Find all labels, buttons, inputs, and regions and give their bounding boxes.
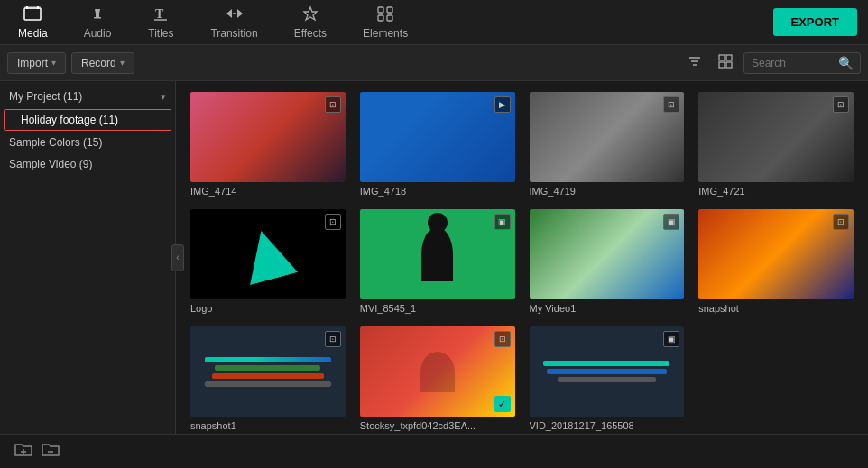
record-label: Record xyxy=(81,57,116,69)
media-item[interactable]: ⊡ IMG_4719 xyxy=(530,92,685,197)
svg-rect-13 xyxy=(387,15,392,21)
media-label: VID_20181217_165508 xyxy=(530,420,685,431)
media-item[interactable]: ⊡ Logo xyxy=(190,209,346,314)
media-thumbnail: ▣ xyxy=(530,209,685,299)
sample-video-label: Sample Video (9) xyxy=(9,158,93,170)
sidebar-holiday-footage[interactable]: Holiday footage (11) xyxy=(4,109,171,131)
search-box: 🔍 xyxy=(743,52,861,74)
my-project-label: My Project (11) xyxy=(9,90,82,103)
screenshot-content xyxy=(530,326,685,417)
sidebar-my-project[interactable]: My Project (11) ▾ xyxy=(0,85,175,108)
media-item[interactable]: ⊡ IMG_4721 xyxy=(698,92,854,197)
image-type-icon: ⊡ xyxy=(833,96,849,113)
nav-media-label: Media xyxy=(18,27,48,40)
sidebar-collapse-handle[interactable]: ‹ xyxy=(171,244,184,271)
media-icon xyxy=(23,5,42,24)
import-chevron-icon: ▾ xyxy=(51,58,56,68)
sidebar-sample-colors[interactable]: Sample Colors (15) xyxy=(0,132,175,153)
add-folder-button[interactable] xyxy=(14,441,32,462)
grid-view-icon[interactable] xyxy=(713,50,738,76)
nav-effects[interactable]: Effects xyxy=(276,0,345,45)
media-label: snapshot1 xyxy=(190,420,346,431)
nav-audio[interactable]: Audio xyxy=(66,0,130,45)
svg-rect-19 xyxy=(719,62,725,68)
media-thumbnail: ▣ xyxy=(530,326,685,417)
scr-bar xyxy=(205,357,331,362)
elements-icon xyxy=(376,5,394,24)
image-type-icon: ⊡ xyxy=(833,214,849,230)
video-type-icon: ▣ xyxy=(663,214,679,230)
nav-transition[interactable]: Transition xyxy=(192,0,275,45)
svg-rect-5 xyxy=(94,17,101,19)
media-item[interactable]: ⊡ ✓ Stocksy_txpfd042cd3EA... xyxy=(360,326,515,431)
svg-rect-2 xyxy=(26,6,28,9)
screenshot-content xyxy=(190,326,346,417)
effects-icon xyxy=(301,5,319,24)
media-item[interactable]: ▣ MVI_8545_1 xyxy=(360,209,515,314)
video-type-icon: ▣ xyxy=(494,214,511,230)
media-label: MVI_8545_1 xyxy=(360,303,515,314)
svg-text:T: T xyxy=(155,7,164,21)
svg-rect-12 xyxy=(378,15,383,21)
scr-bar xyxy=(205,381,331,387)
record-button[interactable]: Record ▾ xyxy=(71,52,134,74)
sidebar: My Project (11) ▾ Holiday footage (11) S… xyxy=(0,81,176,434)
media-item[interactable]: ▶ IMG_4718 xyxy=(360,92,515,197)
import-button[interactable]: Import ▾ xyxy=(7,52,66,74)
transition-icon xyxy=(225,5,245,24)
logo-shape xyxy=(237,224,298,284)
image-type-icon: ⊡ xyxy=(494,331,511,347)
record-chevron-icon: ▾ xyxy=(120,58,125,68)
nav-media[interactable]: Media xyxy=(0,0,66,45)
nav-effects-label: Effects xyxy=(294,27,327,40)
media-label: IMG_4721 xyxy=(698,186,854,197)
media-label: IMG_4714 xyxy=(190,186,346,197)
media-item[interactable]: ▣ VID_20181217_165508 xyxy=(530,326,685,431)
search-input[interactable] xyxy=(752,57,833,69)
scr-bar xyxy=(547,369,666,374)
import-label: Import xyxy=(17,57,48,69)
media-label: Stocksy_txpfd042cd3EA... xyxy=(360,420,515,431)
media-label: IMG_4719 xyxy=(530,186,685,197)
media-item[interactable]: ⊡ snapshot1 xyxy=(190,326,346,431)
media-thumbnail: ⊡ xyxy=(698,92,854,182)
media-thumbnail: ⊡ xyxy=(190,92,346,182)
nav-transition-label: Transition xyxy=(210,27,257,40)
image-type-icon: ⊡ xyxy=(325,331,341,347)
remove-folder-button[interactable] xyxy=(42,441,60,462)
media-label: snapshot xyxy=(698,303,854,314)
sample-colors-label: Sample Colors (15) xyxy=(9,136,102,149)
image-type-icon: ⊡ xyxy=(325,96,341,113)
filter-icon[interactable] xyxy=(682,50,707,76)
svg-rect-0 xyxy=(24,8,41,20)
media-thumbnail: ⊡ xyxy=(698,209,854,299)
svg-marker-9 xyxy=(304,7,317,20)
media-grid: ⊡ IMG_4714 ▶ IMG_4718 ⊡ IMG_4719 ⊡ IMG_4… xyxy=(176,81,868,434)
svg-rect-11 xyxy=(387,7,392,13)
nav-elements[interactable]: Elements xyxy=(345,0,426,45)
selected-check-icon: ✓ xyxy=(494,396,511,412)
nav-audio-label: Audio xyxy=(84,27,112,40)
media-item[interactable]: ▣ My Video1 xyxy=(530,209,685,314)
media-label: My Video1 xyxy=(530,303,685,314)
media-item[interactable]: ⊡ snapshot xyxy=(698,209,854,314)
export-button[interactable]: EXPORT xyxy=(773,8,857,36)
video-type-icon: ▶ xyxy=(494,96,511,113)
media-thumbnail: ⊡ xyxy=(190,326,346,417)
media-thumbnail: ⊡ xyxy=(190,209,346,299)
svg-rect-18 xyxy=(726,55,732,60)
main-content: My Project (11) ▾ Holiday footage (11) S… xyxy=(0,81,868,434)
bottom-bar xyxy=(0,434,868,468)
sidebar-sample-video[interactable]: Sample Video (9) xyxy=(0,153,175,175)
scr-bar xyxy=(215,365,320,371)
nav-titles-label: Titles xyxy=(148,27,173,40)
svg-rect-17 xyxy=(719,55,725,60)
nav-titles[interactable]: T Titles xyxy=(129,0,192,45)
media-thumbnail: ▶ xyxy=(360,92,515,182)
titles-icon: T xyxy=(152,5,169,24)
svg-rect-3 xyxy=(37,6,39,9)
svg-rect-10 xyxy=(378,7,383,13)
top-navigation: Media Audio T Titles Transi xyxy=(0,0,868,45)
media-item[interactable]: ⊡ IMG_4714 xyxy=(190,92,346,197)
image-type-icon: ⊡ xyxy=(325,214,341,230)
